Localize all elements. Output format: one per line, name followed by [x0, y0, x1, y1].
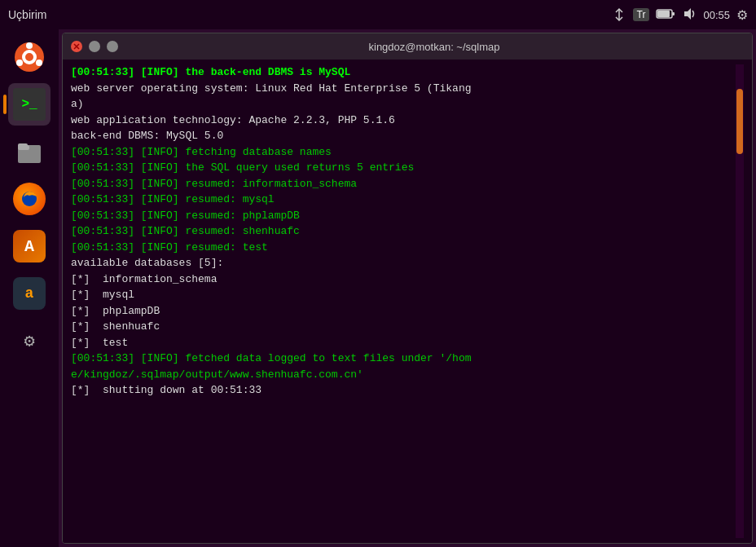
terminal-line: [00:51:33] [INFO] fetching database name… [71, 144, 736, 161]
svg-point-8 [16, 60, 23, 66]
terminal-line: [*] shutting down at 00:51:33 [71, 382, 736, 399]
terminal-line: web server operating system: Linux Red H… [71, 81, 736, 97]
terminal-line: [00:51:33] [INFO] fetched data logged to… [71, 351, 736, 367]
terminal-titlebar: kingdoz@motkan: ~/sqlmap [63, 33, 752, 60]
svg-marker-3 [684, 8, 691, 20]
terminal-line: [00:51:33] [INFO] resumed: mysql [71, 192, 736, 208]
settings-icon: ⚙ [13, 324, 46, 357]
files-icon [13, 135, 46, 168]
top-bar-right: Tr 00:55 ⚙ [612, 7, 748, 24]
scrollbar-thumb[interactable] [736, 89, 743, 154]
terminal-body[interactable]: [00:51:33] [INFO] the back-end DBMS is M… [63, 60, 752, 543]
terminal-window: kingdoz@motkan: ~/sqlmap [00:51:33] [INF… [62, 33, 753, 544]
terminal-line: [00:51:33] [INFO] resumed: test [71, 240, 736, 256]
sidebar-item-terminal[interactable]: >_ [8, 83, 51, 126]
svg-rect-1 [672, 12, 675, 15]
terminal-line: [00:51:33] [INFO] the SQL query used ret… [71, 160, 736, 176]
minimize-button[interactable] [89, 41, 100, 52]
terminal-line: [*] shenhuafc [71, 319, 736, 335]
sidebar: >_ A [0, 29, 59, 547]
app-name: Uçbirim [8, 8, 46, 21]
battery-icon [656, 8, 675, 22]
terminal-line: [*] information_schema [71, 271, 736, 288]
terminal-line: [00:51:33] [INFO] resumed: shenhuafc [71, 223, 736, 240]
terminal-line: [00:51:33] [INFO] the back-end DBMS is M… [71, 64, 736, 81]
firefox-icon [13, 183, 46, 215]
terminal-line: a) [71, 96, 736, 112]
terminal-line: [*] mysql [71, 287, 736, 303]
sidebar-item-amazon[interactable]: a [8, 272, 51, 315]
sidebar-item-files[interactable] [8, 130, 51, 173]
active-indicator [3, 95, 7, 114]
main-layout: >_ A [0, 29, 756, 547]
clock: 00:55 [703, 9, 730, 21]
terminal-line: web application technology: Apache 2.2.3… [71, 112, 736, 129]
terminal-line: [*] phplampDB [71, 303, 736, 320]
terminal-line: [00:51:33] [INFO] resumed: information_s… [71, 176, 736, 192]
top-bar: Uçbirim Tr 00:55 ⚙ [0, 0, 756, 29]
svg-rect-11 [18, 143, 28, 148]
sidebar-item-ubuntu[interactable] [8, 36, 51, 78]
terminal-line: [00:51:33] [INFO] resumed: phplampDB [71, 208, 736, 224]
sidebar-item-appstore[interactable]: A [8, 225, 51, 267]
sort-icon[interactable] [612, 7, 626, 22]
svg-point-7 [36, 60, 42, 66]
sidebar-item-settings[interactable]: ⚙ [8, 320, 51, 362]
terminal-line: back-end DBMS: MySQL 5.0 [71, 128, 736, 144]
appstore-icon: A [13, 230, 46, 262]
window-title: kingdoz@motkan: ~/sqlmap [125, 41, 744, 53]
sidebar-item-firefox[interactable] [8, 178, 51, 220]
svg-point-6 [26, 42, 33, 49]
amazon-icon: a [13, 277, 46, 310]
terminal-line: available databases [5]: [71, 255, 736, 271]
terminal-line: e/kingdoz/.sqlmap/output/www.shenhuafc.c… [71, 367, 736, 383]
close-button[interactable] [71, 41, 82, 52]
terminal-icon: >_ [13, 88, 46, 121]
volume-icon[interactable] [682, 7, 697, 24]
terminal-line: [*] test [71, 335, 736, 351]
svg-rect-2 [657, 11, 670, 17]
scrollbar[interactable] [736, 64, 744, 538]
language-badge[interactable]: Tr [633, 8, 650, 21]
terminal-content: [00:51:33] [INFO] the back-end DBMS is M… [71, 64, 736, 538]
gear-icon[interactable]: ⚙ [736, 7, 748, 23]
maximize-button[interactable] [107, 41, 118, 52]
